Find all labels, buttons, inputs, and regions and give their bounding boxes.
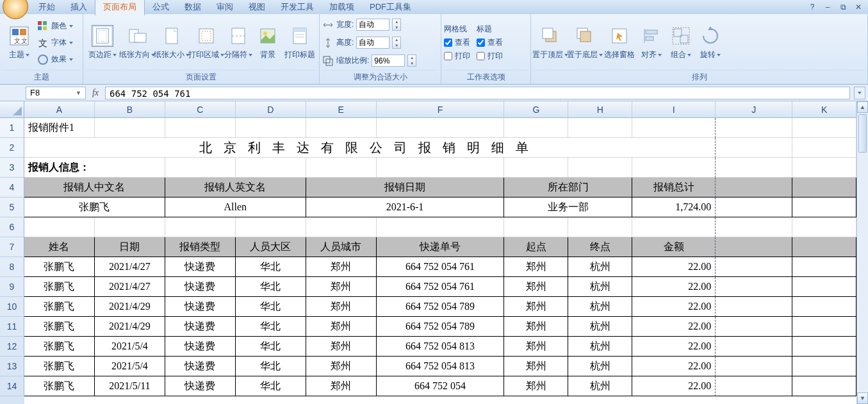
col-header-E[interactable]: E xyxy=(306,101,377,118)
cell[interactable]: 报销人中文名 xyxy=(24,178,165,198)
scroll-thumb[interactable] xyxy=(858,114,867,153)
cell[interactable]: 华北 xyxy=(236,297,306,317)
tab-开发工具[interactable]: 开发工具 xyxy=(273,0,322,15)
cell[interactable]: 北京利丰达有限公司报销明细单 xyxy=(24,138,716,158)
bring-front-button[interactable]: 置于顶层 xyxy=(534,17,567,69)
cell[interactable]: 郑州 xyxy=(504,317,568,337)
col-header-A[interactable]: A xyxy=(24,101,95,118)
cell[interactable]: 快递费 xyxy=(165,317,236,337)
cell[interactable] xyxy=(792,277,856,297)
cell[interactable]: 郑州 xyxy=(504,257,568,277)
col-header-G[interactable]: G xyxy=(504,101,568,118)
row-header-12[interactable]: 12 xyxy=(0,337,24,357)
tab-数据[interactable]: 数据 xyxy=(177,0,209,15)
rotate-button[interactable]: 旋转 xyxy=(696,17,725,69)
cell[interactable]: 664 752 054 789 xyxy=(377,317,505,337)
cell[interactable]: 郑州 xyxy=(504,277,568,297)
cell[interactable] xyxy=(632,158,716,178)
tab-审阅[interactable]: 审阅 xyxy=(209,0,241,15)
cell[interactable]: 所在部门 xyxy=(504,178,632,198)
cell[interactable] xyxy=(165,158,236,178)
cell[interactable] xyxy=(95,118,165,138)
cell[interactable]: 华北 xyxy=(236,357,306,376)
cell[interactable]: 2021/5/11 xyxy=(95,376,165,396)
cell[interactable]: 起点 xyxy=(504,237,568,257)
cell[interactable]: Allen xyxy=(165,198,306,217)
cell[interactable]: 快递费 xyxy=(165,376,236,396)
name-box[interactable]: F8▼ xyxy=(26,87,86,99)
cell[interactable]: 张鹏飞 xyxy=(24,376,95,396)
cell[interactable] xyxy=(716,217,792,237)
cell[interactable]: 报销日期 xyxy=(306,178,505,198)
cell[interactable]: 2021/5/4 xyxy=(95,357,165,376)
cell[interactable]: 张鹏飞 xyxy=(24,198,165,217)
cell[interactable] xyxy=(792,317,856,337)
cell[interactable] xyxy=(716,178,792,198)
cell[interactable]: 杭州 xyxy=(568,376,632,396)
cell[interactable]: 郑州 xyxy=(504,297,568,317)
tab-PDF工具集[interactable]: PDF工具集 xyxy=(362,0,419,15)
restore-icon[interactable]: ⧉ xyxy=(837,2,849,12)
row-header-10[interactable]: 10 xyxy=(0,297,24,317)
cell[interactable]: 杭州 xyxy=(568,317,632,337)
cell[interactable]: 22.00 xyxy=(632,257,716,277)
theme-effects-button[interactable]: 效果 xyxy=(37,52,73,67)
cell[interactable] xyxy=(792,237,856,257)
align-button[interactable]: 对齐 xyxy=(637,17,666,69)
cell[interactable]: 22.00 xyxy=(632,297,716,317)
cell[interactable]: 郑州 xyxy=(504,337,568,357)
tab-加载项[interactable]: 加载项 xyxy=(322,0,362,15)
themes-button[interactable]: 文文 主题 xyxy=(3,17,36,69)
row-header-5[interactable]: 5 xyxy=(0,198,24,217)
cell[interactable]: 杭州 xyxy=(568,277,632,297)
cell[interactable]: 张鹏飞 xyxy=(24,257,95,277)
cell[interactable] xyxy=(792,376,856,396)
cell[interactable]: 郑州 xyxy=(504,376,568,396)
cell[interactable]: 张鹏飞 xyxy=(24,317,95,337)
size-button[interactable]: 纸张大小 xyxy=(155,17,188,69)
row-header-14[interactable]: 14 xyxy=(0,376,24,396)
cell[interactable] xyxy=(236,158,306,178)
formula-input[interactable]: 664 752 054 761 xyxy=(105,87,850,99)
cell[interactable]: 22.00 xyxy=(632,277,716,297)
cell[interactable] xyxy=(306,217,377,237)
cell[interactable] xyxy=(568,158,632,178)
cell[interactable] xyxy=(792,217,856,237)
cell[interactable]: 郑州 xyxy=(306,297,377,317)
cell[interactable] xyxy=(716,118,792,138)
height-select[interactable] xyxy=(356,37,389,49)
col-header-C[interactable]: C xyxy=(165,101,236,118)
cell[interactable]: 终点 xyxy=(568,237,632,257)
cell[interactable]: 郑州 xyxy=(306,357,377,376)
margins-button[interactable]: 页边距 xyxy=(86,17,119,69)
col-header-D[interactable]: D xyxy=(236,101,306,118)
width-select[interactable] xyxy=(356,19,389,31)
cell[interactable]: 报销类型 xyxy=(165,237,236,257)
cell[interactable]: 664 752 054 813 xyxy=(377,337,505,357)
row-header-7[interactable]: 7 xyxy=(0,237,24,257)
select-all-corner[interactable] xyxy=(0,101,24,118)
cell[interactable]: 2021/4/29 xyxy=(95,317,165,337)
worksheet-grid[interactable]: ABCDEFGHIJK 1234567891011121314 报销附件1北京利… xyxy=(0,101,868,404)
row-header-6[interactable]: 6 xyxy=(0,217,24,237)
scroll-up-icon[interactable]: ▲ xyxy=(857,101,868,113)
cell[interactable]: 2021/5/4 xyxy=(95,337,165,357)
tab-开始[interactable]: 开始 xyxy=(31,0,63,15)
cell[interactable] xyxy=(165,118,236,138)
width-spinner[interactable]: ▲▼ xyxy=(392,19,401,31)
col-header-I[interactable]: I xyxy=(632,101,716,118)
cell[interactable] xyxy=(236,118,306,138)
cell[interactable]: 22.00 xyxy=(632,337,716,357)
scale-spinner[interactable]: ▲▼ xyxy=(407,55,416,67)
cell[interactable]: 日期 xyxy=(95,237,165,257)
row-header-11[interactable]: 11 xyxy=(0,317,24,337)
cell[interactable]: 杭州 xyxy=(568,297,632,317)
cell[interactable]: 快递费 xyxy=(165,357,236,376)
cell[interactable]: 华北 xyxy=(236,376,306,396)
tab-公式[interactable]: 公式 xyxy=(145,0,177,15)
cell[interactable]: 杭州 xyxy=(568,337,632,357)
cell[interactable]: 664 752 054 xyxy=(377,376,505,396)
row-headers[interactable]: 1234567891011121314 xyxy=(0,118,24,404)
orientation-button[interactable]: 纸张方向 xyxy=(120,17,154,69)
cell[interactable]: 报销人信息： xyxy=(24,158,165,178)
